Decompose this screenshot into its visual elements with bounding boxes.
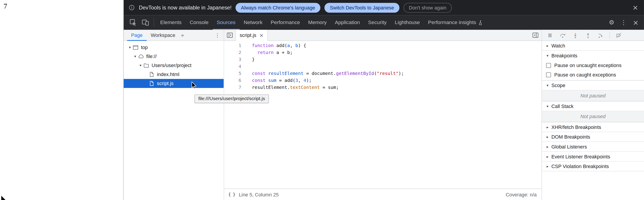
infobar-close-button[interactable]: × — [632, 4, 638, 11]
caret-collapsed-icon[interactable]: ▸ — [545, 145, 550, 149]
section-event-listener-breakpoints[interactable]: ▸Event Listener Breakpoints — [542, 152, 644, 162]
line-number[interactable]: 1 — [224, 42, 244, 49]
tab-memory[interactable]: Memory — [304, 15, 330, 30]
line-number[interactable]: 7 — [224, 84, 244, 91]
checkbox-unchecked[interactable] — [546, 63, 551, 68]
checkbox-unchecked[interactable] — [546, 72, 551, 77]
line-number[interactable]: 3 — [224, 56, 244, 63]
code-line[interactable]: 6const sum = add(3, 4); — [224, 77, 542, 84]
step-out-button[interactable] — [585, 32, 591, 38]
caret-expanded-icon[interactable]: ▾ — [545, 104, 550, 108]
tree-item-top[interactable]: ▾top — [124, 43, 224, 52]
debugger-pane: ▸Watch▾BreakpointsPause on uncaught exce… — [542, 30, 644, 200]
section-call-stack[interactable]: ▾Call Stack — [542, 101, 644, 111]
switch-devtools-to-japanese-button[interactable]: Switch DevTools to Japanese — [324, 3, 399, 12]
tree-item-index-html[interactable]: index.html — [124, 70, 224, 79]
caret-expanded-icon[interactable]: ▾ — [545, 53, 550, 58]
deactivate-breakpoints-button[interactable] — [616, 32, 622, 38]
tree-item-label: index.html — [157, 72, 179, 77]
caret-collapsed-icon[interactable]: ▸ — [545, 135, 550, 139]
tab-close-icon[interactable]: × — [259, 33, 264, 38]
always-match-chrome-s-language-button[interactable]: Always match Chrome's language — [236, 3, 320, 12]
caret-expanded-icon[interactable]: ▾ — [545, 83, 550, 87]
tab-label: Performance insights — [428, 19, 476, 25]
code-text: } — [244, 56, 255, 63]
code-line[interactable]: 7resultElement.textContent = sum; — [224, 84, 542, 91]
breakpoints-options: Pause on uncaught exceptionsPause on cau… — [542, 60, 644, 81]
tab-security[interactable]: Security — [364, 15, 390, 30]
section-breakpoints[interactable]: ▾Breakpoints — [542, 51, 644, 60]
line-number[interactable]: 4 — [224, 63, 244, 70]
debugger-toolbar — [542, 30, 644, 41]
caret-collapsed-icon[interactable]: ▸ — [545, 44, 550, 48]
section-watch[interactable]: ▸Watch — [542, 41, 644, 51]
file-path-tooltip: file:///Users/user/project/script.js — [195, 94, 269, 103]
code-line[interactable]: 3} — [224, 56, 542, 63]
more-tabs-icon[interactable]: » — [181, 32, 184, 38]
sources-panel: PageWorkspace » ⋮ ▾top▾file://▾Users/use… — [124, 30, 644, 200]
section-dom-breakpoints[interactable]: ▸DOM Breakpoints — [542, 132, 644, 142]
coverage-status: Coverage: n/a — [506, 192, 537, 197]
pretty-print-button[interactable]: { } — [228, 192, 235, 197]
section-csp-violation-breakpoints[interactable]: ▸CSP Violation Breakpoints — [542, 162, 644, 172]
navigator-tab-workspace[interactable]: Workspace — [147, 30, 179, 41]
code-text — [244, 63, 252, 70]
not-paused-message: Not paused — [542, 90, 644, 101]
code-line[interactable]: 5const resultElement = document.getEleme… — [224, 70, 542, 77]
screen: 7 DevTools is now available in Japanese!… — [0, 0, 644, 200]
tab-network[interactable]: Network — [240, 15, 266, 30]
settings-gear-icon[interactable]: ⚙ — [609, 19, 614, 26]
navigator-tab-page[interactable]: Page — [127, 30, 147, 41]
tree-item-label: top — [141, 44, 148, 50]
code-line[interactable]: 1function add(a, b) { — [224, 42, 542, 49]
caret-collapsed-icon[interactable]: ▸ — [545, 164, 550, 168]
device-toolbar-icon[interactable] — [142, 19, 149, 26]
section-xhr-fetch-breakpoints[interactable]: ▸XHR/fetch Breakpoints — [542, 122, 644, 132]
toggle-navigator-icon[interactable] — [226, 32, 233, 38]
step-over-button[interactable] — [560, 32, 566, 38]
section-global-listeners[interactable]: ▸Global Listeners — [542, 142, 644, 152]
code-line[interactable]: 4 — [224, 63, 542, 70]
inspect-element-icon[interactable] — [129, 19, 137, 26]
line-number[interactable]: 2 — [224, 49, 244, 56]
checkbox-label[interactable]: Pause on uncaught exceptions — [554, 62, 622, 68]
caret-expanded-icon[interactable]: ▾ — [132, 54, 138, 58]
tree-item-label: file:// — [146, 53, 156, 59]
checkbox-label[interactable]: Pause on caught exceptions — [554, 72, 616, 77]
tab-performance-insights[interactable]: Performance insights — [424, 15, 488, 30]
devtools-close-button[interactable]: × — [633, 18, 638, 26]
cursor-position: Line 5, Column 25 — [239, 192, 279, 197]
code-editor[interactable]: 1function add(a, b) {2 return a + b;3}45… — [224, 41, 542, 189]
tab-lighthouse[interactable]: Lighthouse — [391, 15, 424, 30]
tab-label: Sources — [217, 19, 236, 25]
toolbar-divider — [610, 32, 610, 38]
tab-application[interactable]: Application — [331, 15, 364, 30]
checkbox-row-pause-on-caught-exceptions[interactable]: Pause on caught exceptions — [542, 70, 644, 79]
tree-item-users-user-project[interactable]: ▾Users/user/project — [124, 61, 224, 70]
navigator-more-options-icon[interactable]: ⋮ — [215, 32, 220, 38]
don-t-show-again-button[interactable]: Don't show again — [404, 3, 452, 12]
line-number[interactable]: 6 — [224, 77, 244, 84]
tab-label: Elements — [160, 19, 182, 25]
pause-button[interactable] — [547, 32, 553, 38]
step-button[interactable] — [598, 32, 604, 38]
code-line[interactable]: 2 return a + b; — [224, 49, 542, 56]
step-into-button[interactable] — [572, 32, 578, 38]
code-text: function add(a, b) { — [244, 42, 306, 49]
more-options-icon[interactable]: ⋮ — [620, 19, 627, 26]
caret-collapsed-icon[interactable]: ▸ — [545, 125, 550, 129]
tab-elements[interactable]: Elements — [156, 15, 186, 30]
tree-item-script-js[interactable]: script.js — [124, 79, 224, 88]
tree-item-file[interactable]: ▾file:// — [124, 52, 224, 61]
editor-tab-script-js[interactable]: script.js × — [236, 30, 268, 41]
tab-sources[interactable]: Sources — [213, 15, 240, 30]
section-scope[interactable]: ▾Scope — [542, 81, 644, 90]
caret-expanded-icon[interactable]: ▾ — [127, 45, 133, 49]
line-number[interactable]: 5 — [224, 70, 244, 77]
tab-console[interactable]: Console — [186, 15, 213, 30]
checkbox-row-pause-on-uncaught-exceptions[interactable]: Pause on uncaught exceptions — [542, 60, 644, 70]
tab-performance[interactable]: Performance — [266, 15, 304, 30]
caret-expanded-icon[interactable]: ▾ — [138, 63, 143, 67]
caret-collapsed-icon[interactable]: ▸ — [545, 154, 550, 158]
toggle-debugger-sidebar-icon[interactable] — [532, 32, 539, 38]
